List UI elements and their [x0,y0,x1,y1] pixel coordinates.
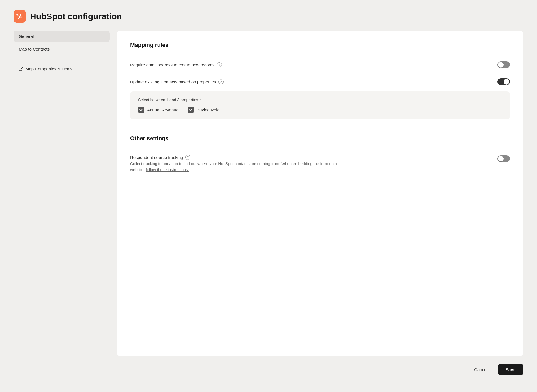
annual-revenue-checkbox[interactable] [138,107,144,113]
page-wrapper: HubSpot configuration General Map to Con… [0,0,537,392]
checkbox-annual-revenue[interactable]: Annual Revenue [138,107,179,113]
page-title: HubSpot configuration [30,12,122,21]
checkbox-buying-role[interactable]: Buying Role [188,107,220,113]
sidebar: General Map to Contacts Map Companies & … [14,31,110,356]
checkmark-icon-2 [189,108,193,112]
properties-checkboxes: Annual Revenue Buying Role [138,107,502,113]
hubspot-logo-icon [16,13,23,20]
section-divider [130,127,510,127]
update-existing-row: Update existing Contacts based on proper… [130,73,510,90]
header: HubSpot configuration [0,0,537,31]
hubspot-logo [14,10,26,23]
annual-revenue-label: Annual Revenue [147,107,179,112]
main-layout: General Map to Contacts Map Companies & … [0,31,537,356]
mapping-rules-section: Mapping rules Require email address to c… [130,42,510,119]
mapping-rules-title: Mapping rules [130,42,510,48]
require-email-label: Require email address to create new reco… [130,62,222,67]
other-settings-section: Other settings Respondent source trackin… [130,135,510,178]
respondent-source-description: Collect tracking information to find out… [130,161,351,173]
follow-instructions-link[interactable]: follow these instructions. [146,167,189,172]
respondent-source-toggle[interactable] [497,155,510,162]
sidebar-divider [19,59,105,59]
footer: Cancel Save [0,356,537,375]
other-settings-title: Other settings [130,135,510,142]
update-existing-help-icon[interactable]: ? [218,79,224,84]
sidebar-item-general[interactable]: General [14,31,110,42]
require-email-toggle[interactable] [497,61,510,68]
checkmark-icon [139,108,143,112]
respondent-source-row: Respondent source tracking ? Collect tra… [130,150,510,178]
buying-role-checkbox[interactable] [188,107,194,113]
respondent-source-help-icon[interactable]: ? [185,155,190,160]
properties-instruction: Select between 1 and 3 properties*: [138,98,502,102]
sidebar-item-map-to-contacts[interactable]: Map to Contacts [14,43,110,55]
sidebar-item-map-companies-deals[interactable]: Map Companies & Deals [14,63,110,75]
update-existing-toggle[interactable] [497,78,510,85]
update-existing-label: Update existing Contacts based on proper… [130,79,224,84]
cancel-button[interactable]: Cancel [469,364,493,375]
properties-box: Select between 1 and 3 properties*: Annu… [130,91,510,119]
save-button[interactable]: Save [498,364,523,375]
respondent-source-left: Respondent source tracking ? Collect tra… [130,155,486,173]
respondent-source-label: Respondent source tracking ? [130,155,486,160]
external-link-icon [19,67,23,71]
require-email-row: Require email address to create new reco… [130,56,510,73]
content-area: Mapping rules Require email address to c… [117,31,523,356]
require-email-help-icon[interactable]: ? [217,62,222,67]
buying-role-label: Buying Role [197,107,220,112]
